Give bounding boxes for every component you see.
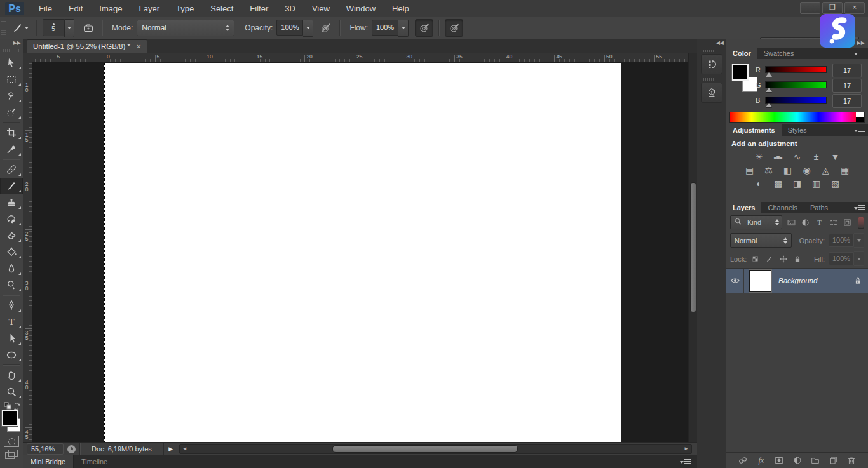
horizontal-ruler[interactable]: 50510152025303540455055 [32,53,688,62]
black-white-adjustment-icon[interactable]: ◧ [781,165,794,176]
channel-slider[interactable] [765,97,827,104]
layer-fill-dropdown[interactable]: 100% [829,251,864,266]
tools-panel-expand-chevron[interactable]: ▶▶ [0,39,23,48]
lasso-tool[interactable] [0,88,23,104]
color-balance-adjustment-icon[interactable]: ⚖ [762,165,775,176]
spectrum-black-swatch[interactable] [856,117,864,122]
history-panel-button[interactable] [701,54,722,74]
channel-slider-thumb[interactable] [766,103,772,107]
panel-menu-icon[interactable] [854,205,865,211]
tab-swatches[interactable]: Swatches [757,48,801,59]
channel-value-field[interactable]: 17 [832,64,862,77]
channel-slider[interactable] [765,66,827,73]
channel-slider-thumb[interactable] [766,72,772,77]
status-clock-icon[interactable] [67,445,76,453]
channel-value-field[interactable]: 17 [832,94,862,108]
lock-all-button[interactable] [792,254,803,264]
threshold-adjustment-icon[interactable]: ◨ [790,178,804,189]
path-selection-tool[interactable] [0,330,23,347]
filter-shape-layers-button[interactable] [828,217,839,228]
dock-collapse-chevron[interactable]: ◀◀ [697,39,726,48]
brush-tool[interactable] [0,178,23,194]
pen-tool[interactable] [0,297,23,314]
toggle-brush-panel-button[interactable] [79,20,97,36]
layer-effects-button[interactable]: fx [755,455,768,466]
exposure-adjustment-icon[interactable]: ± [810,152,823,163]
color-spectrum-ramp[interactable] [729,112,865,123]
minimize-button[interactable]: – [800,2,820,14]
quick-mask-button[interactable] [4,436,19,447]
brightness-contrast-adjustment-icon[interactable]: ☀ [752,152,766,163]
canvas-viewport[interactable] [32,62,688,443]
ruler-origin-corner[interactable] [23,53,32,62]
filter-type-layers-button[interactable]: T [814,217,825,228]
horizontal-scrollbar-thumb[interactable] [332,445,518,453]
clone-stamp-tool[interactable] [0,194,23,211]
new-adjustment-layer-button[interactable] [791,455,804,466]
layer-name[interactable]: Background [778,277,817,284]
channel-mixer-adjustment-icon[interactable]: ◬ [819,165,832,176]
flow-dropdown-button[interactable] [398,20,409,37]
foreground-swatch[interactable] [732,64,749,81]
color-lookup-adjustment-icon[interactable]: ▦ [838,165,851,176]
posterize-adjustment-icon[interactable]: ▩ [771,178,785,189]
hand-tool[interactable] [0,367,23,384]
lock-position-button[interactable] [778,254,789,264]
foreground-color-swatch[interactable] [2,410,18,426]
zoom-tool[interactable] [0,384,23,400]
filter-toggle-switch[interactable] [858,217,864,229]
opacity-dropdown[interactable]: 100% [276,20,313,37]
tab-channels[interactable]: Channels [761,202,803,213]
filter-pixel-layers-button[interactable] [786,217,797,228]
paint-bucket-tool[interactable] [0,244,23,260]
brush-size-dropdown-button[interactable] [64,19,74,37]
gradient-map-adjustment-icon[interactable]: ▥ [810,178,823,189]
blend-mode-dropdown[interactable]: Normal [730,233,792,248]
type-tool[interactable]: T [0,314,23,330]
tab-close-icon[interactable]: ✕ [136,43,141,50]
selective-color-adjustment-icon[interactable]: ▧ [829,178,842,189]
spot-healing-brush-tool[interactable] [0,161,23,178]
new-group-button[interactable] [809,455,822,466]
airbrush-toggle-button[interactable] [415,19,433,37]
channel-value-field[interactable]: 17 [832,79,862,93]
menu-window[interactable]: Window [338,4,384,13]
lock-transparent-pixels-button[interactable] [750,254,761,264]
tab-paths[interactable]: Paths [804,202,834,213]
tab-color[interactable]: Color [726,48,757,59]
tab-styles[interactable]: Styles [782,124,813,136]
hue-saturation-adjustment-icon[interactable]: ▤ [743,165,756,176]
screen-mode-button[interactable] [5,450,18,459]
quick-selection-tool[interactable] [0,104,23,121]
brush-size-widget[interactable]: 5 [43,19,74,37]
canvas[interactable] [105,63,621,443]
document-tab[interactable]: Untitled-1 @ 55,2% (RGB/8) * ✕ [27,39,147,53]
levels-adjustment-icon[interactable]: ▄▆▄ [771,152,785,163]
menu-help[interactable]: Help [384,4,417,13]
photo-filter-adjustment-icon[interactable]: ◉ [800,165,813,176]
document-size-info[interactable]: Doc: 6,19M/0 bytes [79,443,164,455]
channel-slider[interactable] [765,81,827,88]
curves-adjustment-icon[interactable]: ∿ [790,152,804,163]
panel-menu-icon[interactable] [854,51,865,57]
scroll-right-arrow[interactable]: ► [684,446,689,451]
invert-adjustment-icon[interactable]: ◐ [752,178,766,189]
menu-select[interactable]: Select [202,4,241,13]
menu-3d[interactable]: 3D [276,4,304,13]
menu-image[interactable]: Image [91,4,130,13]
menu-layer[interactable]: Layer [131,4,168,13]
ellipse-tool[interactable] [0,347,23,363]
swap-colors-widget[interactable] [0,401,23,410]
eraser-tool[interactable] [0,227,23,244]
eyedropper-tool[interactable] [0,141,23,157]
vertical-scrollbar[interactable] [688,53,697,443]
close-button[interactable]: × [844,2,865,14]
menu-type[interactable]: Type [168,4,202,13]
tablet-pressure-opacity-button[interactable] [317,20,334,36]
filter-adjustment-layers-button[interactable] [800,217,811,228]
layer-thumbnail[interactable] [749,270,771,292]
scroll-left-arrow[interactable]: ◄ [182,446,187,451]
tab-mini-bridge[interactable]: Mini Bridge [23,455,74,468]
vibrance-adjustment-icon[interactable]: ▼ [829,152,842,163]
color-panel-swatches[interactable] [732,64,757,92]
